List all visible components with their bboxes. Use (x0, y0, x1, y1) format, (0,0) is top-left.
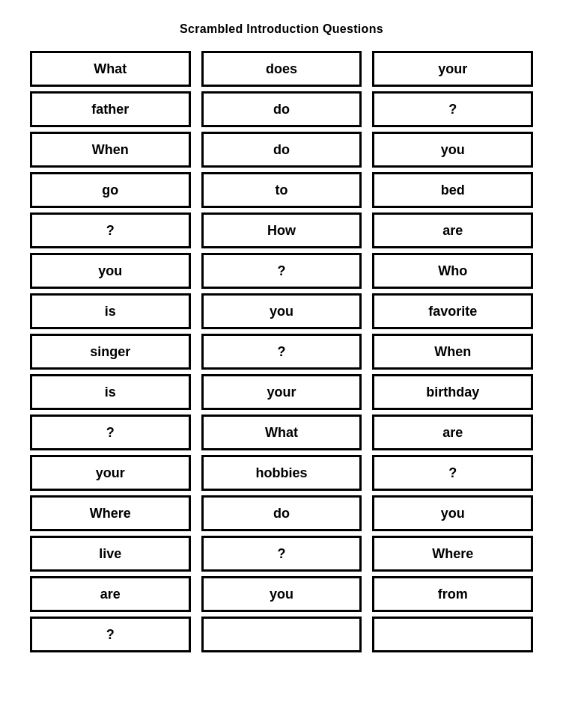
word-card-35[interactable]: you (372, 495, 533, 531)
word-grid: Whatdoesyourfatherdo?Whendoyougotobed?Ho… (30, 51, 533, 652)
word-card-8[interactable]: you (372, 132, 533, 168)
word-card-31[interactable]: hobbies (201, 455, 362, 491)
word-card-9[interactable]: go (30, 172, 191, 208)
word-card-30[interactable]: your (30, 455, 191, 491)
word-card-23[interactable]: When (372, 334, 533, 370)
word-card-32[interactable]: ? (372, 455, 533, 491)
word-card-2[interactable]: your (372, 51, 533, 87)
word-card-41[interactable]: from (372, 576, 533, 612)
word-card-38[interactable]: Where (372, 536, 533, 572)
word-card-34[interactable]: do (201, 495, 362, 531)
word-card-33[interactable]: Where (30, 495, 191, 531)
word-card-3[interactable]: father (30, 91, 191, 127)
word-card-43[interactable] (201, 617, 362, 652)
word-card-0[interactable]: What (30, 51, 191, 87)
word-card-10[interactable]: to (201, 172, 362, 208)
word-card-17[interactable]: Who (372, 253, 533, 289)
word-card-18[interactable]: is (30, 293, 191, 329)
word-card-28[interactable]: What (201, 415, 362, 450)
word-card-14[interactable]: are (372, 212, 533, 248)
word-card-7[interactable]: do (201, 132, 362, 168)
word-card-15[interactable]: you (30, 253, 191, 289)
word-card-44[interactable] (372, 617, 533, 652)
word-card-21[interactable]: singer (30, 334, 191, 370)
word-card-37[interactable]: ? (201, 536, 362, 572)
word-card-27[interactable]: ? (30, 415, 191, 450)
word-card-4[interactable]: do (201, 91, 362, 127)
word-card-24[interactable]: is (30, 374, 191, 410)
word-card-16[interactable]: ? (201, 253, 362, 289)
word-card-20[interactable]: favorite (372, 293, 533, 329)
page: Scrambled Introduction Questions Whatdoe… (0, 0, 563, 675)
word-card-42[interactable]: ? (30, 617, 191, 652)
word-card-6[interactable]: When (30, 132, 191, 168)
word-card-1[interactable]: does (201, 51, 362, 87)
word-card-5[interactable]: ? (372, 91, 533, 127)
word-card-19[interactable]: you (201, 293, 362, 329)
word-card-11[interactable]: bed (372, 172, 533, 208)
word-card-12[interactable]: ? (30, 212, 191, 248)
page-title: Scrambled Introduction Questions (30, 22, 533, 36)
word-card-40[interactable]: you (201, 576, 362, 612)
word-card-22[interactable]: ? (201, 334, 362, 370)
word-card-13[interactable]: How (201, 212, 362, 248)
word-card-29[interactable]: are (372, 415, 533, 450)
word-card-25[interactable]: your (201, 374, 362, 410)
word-card-39[interactable]: are (30, 576, 191, 612)
word-card-26[interactable]: birthday (372, 374, 533, 410)
word-card-36[interactable]: live (30, 536, 191, 572)
